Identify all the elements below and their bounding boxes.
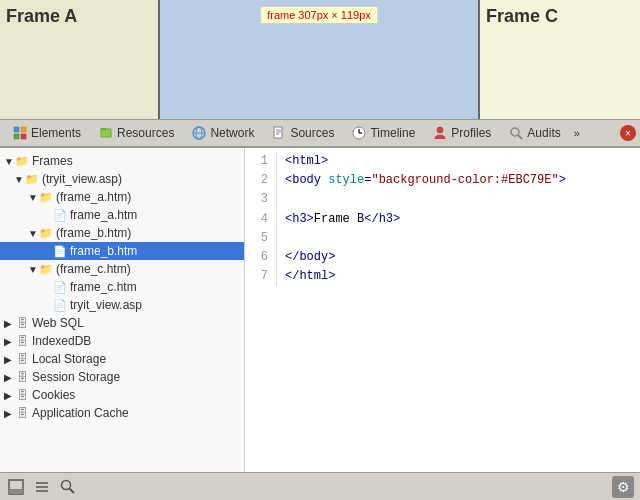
tree-item-cookies[interactable]: ▶ 🗄 Cookies bbox=[0, 386, 244, 404]
code-line-1: <html> bbox=[285, 152, 636, 171]
audits-icon bbox=[509, 126, 523, 140]
right-panel: 1 2 3 4 5 6 7 <html> <body style="backgr… bbox=[245, 148, 640, 472]
frame-b: frame 307px × 119px bbox=[160, 0, 480, 119]
tree-item-frame-c-folder[interactable]: ▼ 📁 (frame_c.htm) bbox=[0, 260, 244, 278]
more-button[interactable]: » bbox=[570, 125, 584, 141]
arrow-indexeddb: ▶ bbox=[4, 336, 14, 347]
tree-label-frames: Frames bbox=[32, 154, 73, 168]
svg-line-18 bbox=[518, 135, 522, 139]
arrow-local-storage: ▶ bbox=[4, 354, 14, 365]
db-icon-indexeddb: 🗄 bbox=[14, 334, 30, 348]
dock-icon bbox=[8, 479, 24, 495]
tree-label-web-sql: Web SQL bbox=[32, 316, 84, 330]
frame-a: Frame A bbox=[0, 0, 160, 119]
tree-item-app-cache[interactable]: ▶ 🗄 Application Cache bbox=[0, 404, 244, 422]
arrow-tryit: ▼ bbox=[14, 174, 24, 185]
db-icon-cookies: 🗄 bbox=[14, 388, 30, 402]
svg-rect-2 bbox=[14, 134, 19, 139]
tree-label-local-storage: Local Storage bbox=[32, 352, 106, 366]
main-content: ▼ 📁 Frames ▼ 📁 (tryit_view.asp) ▼ 📁 (fra… bbox=[0, 148, 640, 472]
tree-item-web-sql[interactable]: ▶ 🗄 Web SQL bbox=[0, 314, 244, 332]
tree-label-frame-a-file: frame_a.htm bbox=[70, 208, 137, 222]
db-icon-web-sql: 🗄 bbox=[14, 316, 30, 330]
tab-network-label: Network bbox=[210, 126, 254, 140]
file-icon-tryit: 📄 bbox=[52, 298, 68, 312]
folder-icon-frames: 📁 bbox=[14, 154, 30, 168]
dock-button[interactable] bbox=[6, 477, 26, 497]
close-button[interactable]: × bbox=[620, 125, 636, 141]
frame-c: Frame C bbox=[480, 0, 640, 119]
tab-elements-label: Elements bbox=[31, 126, 81, 140]
list-button[interactable] bbox=[32, 477, 52, 497]
tree-item-indexeddb[interactable]: ▶ 🗄 IndexedDB bbox=[0, 332, 244, 350]
db-icon-app-cache: 🗄 bbox=[14, 406, 30, 420]
code-content: <html> <body style="background-color:#EB… bbox=[285, 152, 636, 286]
folder-icon-frame-b: 📁 bbox=[38, 226, 54, 240]
left-panel: ▼ 📁 Frames ▼ 📁 (tryit_view.asp) ▼ 📁 (fra… bbox=[0, 148, 245, 472]
tree-label-frame-c-file: frame_c.htm bbox=[70, 280, 137, 294]
tree-item-frame-c-file[interactable]: 📄 frame_c.htm bbox=[0, 278, 244, 296]
tab-network[interactable]: Network bbox=[183, 121, 263, 145]
profiles-icon bbox=[433, 126, 447, 140]
arrow-cookies: ▶ bbox=[4, 390, 14, 401]
code-line-5 bbox=[285, 229, 636, 248]
tab-sources-label: Sources bbox=[290, 126, 334, 140]
tree-label-app-cache: Application Cache bbox=[32, 406, 129, 420]
frame-preview-area: Frame A frame 307px × 119px Frame C bbox=[0, 0, 640, 120]
tree-item-tryit-file[interactable]: 📄 tryit_view.asp bbox=[0, 296, 244, 314]
tree-item-frame-b-folder[interactable]: ▼ 📁 (frame_b.htm) bbox=[0, 224, 244, 242]
tree-label-tryit: (tryit_view.asp) bbox=[42, 172, 122, 186]
tab-timeline[interactable]: Timeline bbox=[343, 121, 424, 145]
tab-elements[interactable]: Elements bbox=[4, 121, 90, 145]
bottom-bar: ⚙ bbox=[0, 472, 640, 500]
arrow-frame-a: ▼ bbox=[28, 192, 38, 203]
elements-icon bbox=[13, 126, 27, 140]
svg-rect-20 bbox=[9, 489, 23, 494]
tree-label-indexeddb: IndexedDB bbox=[32, 334, 91, 348]
arrow-frame-c: ▼ bbox=[28, 264, 38, 275]
arrow-web-sql: ▶ bbox=[4, 318, 14, 329]
tree-item-frame-a-file[interactable]: 📄 frame_a.htm bbox=[0, 206, 244, 224]
code-line-2: <body style="background-color:#EBC79E"> bbox=[285, 171, 636, 190]
tree-item-local-storage[interactable]: ▶ 🗄 Local Storage bbox=[0, 350, 244, 368]
arrow-frames: ▼ bbox=[4, 156, 14, 167]
gear-button[interactable]: ⚙ bbox=[612, 476, 634, 498]
svg-point-17 bbox=[511, 128, 519, 136]
svg-rect-1 bbox=[21, 127, 26, 132]
tab-audits-label: Audits bbox=[527, 126, 560, 140]
code-view: 1 2 3 4 5 6 7 <html> <body style="backgr… bbox=[249, 152, 636, 286]
db-icon-session-storage: 🗄 bbox=[14, 370, 30, 384]
devtools-toolbar: Elements Resources Network Sources bbox=[0, 120, 640, 148]
tree-item-session-storage[interactable]: ▶ 🗄 Session Storage bbox=[0, 368, 244, 386]
svg-rect-3 bbox=[21, 134, 26, 139]
tab-resources[interactable]: Resources bbox=[90, 121, 183, 145]
tree-item-frame-b-file[interactable]: 📄 frame_b.htm bbox=[0, 242, 244, 260]
folder-icon-tryit: 📁 bbox=[24, 172, 40, 186]
arrow-session-storage: ▶ bbox=[4, 372, 14, 383]
tree-label-tryit-file: tryit_view.asp bbox=[70, 298, 142, 312]
folder-icon-frame-c: 📁 bbox=[38, 262, 54, 276]
search-button[interactable] bbox=[58, 477, 78, 497]
frame-b-tooltip: frame 307px × 119px bbox=[260, 6, 378, 24]
tab-profiles-label: Profiles bbox=[451, 126, 491, 140]
svg-point-24 bbox=[62, 480, 71, 489]
resources-icon bbox=[99, 126, 113, 140]
list-icon bbox=[34, 479, 50, 495]
gear-icon: ⚙ bbox=[617, 479, 630, 495]
tab-sources[interactable]: Sources bbox=[263, 121, 343, 145]
file-icon-frame-a: 📄 bbox=[52, 208, 68, 222]
db-icon-local-storage: 🗄 bbox=[14, 352, 30, 366]
arrow-app-cache: ▶ bbox=[4, 408, 14, 419]
frame-a-label: Frame A bbox=[6, 6, 77, 27]
svg-point-16 bbox=[437, 127, 443, 133]
tree-item-frames[interactable]: ▼ 📁 Frames bbox=[0, 152, 244, 170]
tree-item-tryit[interactable]: ▼ 📁 (tryit_view.asp) bbox=[0, 170, 244, 188]
tab-profiles[interactable]: Profiles bbox=[424, 121, 500, 145]
tree-item-frame-a-folder[interactable]: ▼ 📁 (frame_a.htm) bbox=[0, 188, 244, 206]
code-line-7: </html> bbox=[285, 267, 636, 286]
svg-rect-0 bbox=[14, 127, 19, 132]
sources-icon bbox=[272, 126, 286, 140]
folder-icon-frame-a: 📁 bbox=[38, 190, 54, 204]
tab-audits[interactable]: Audits bbox=[500, 121, 569, 145]
tree-label-session-storage: Session Storage bbox=[32, 370, 120, 384]
